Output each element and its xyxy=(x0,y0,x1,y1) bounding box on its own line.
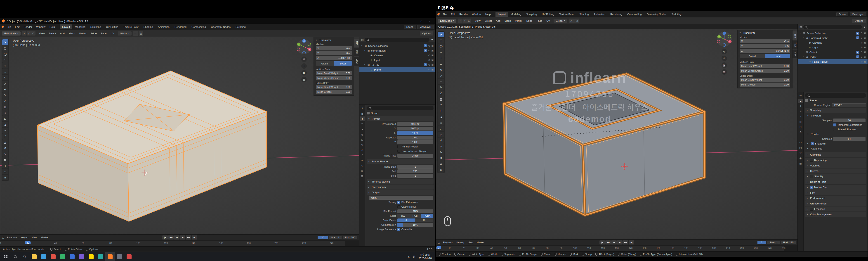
inset-faces-tool-button[interactable]: ⊡ xyxy=(2,116,8,121)
viewport-menu-view[interactable]: View xyxy=(473,19,483,23)
workspace-tab-texture-paint[interactable]: Texture Paint xyxy=(557,12,577,17)
select-circle-tool-button[interactable]: ◯ xyxy=(2,51,8,57)
viewport-menu-vertex[interactable]: Vertex xyxy=(513,19,524,23)
proportional-edit-icon[interactable]: ◎ xyxy=(575,19,579,23)
panel-header-film[interactable]: ▸Film xyxy=(805,190,866,195)
disable-render-icon[interactable]: ▣ xyxy=(432,59,434,61)
taskbar-app-gray[interactable] xyxy=(115,252,124,261)
hide-viewport-icon[interactable]: ⊙ xyxy=(861,51,862,53)
viewport-3d[interactable]: Offset: 0.0141 m, Segments: 3, Profile S… xyxy=(436,24,798,239)
move-tool-button[interactable]: ↔ xyxy=(438,61,444,67)
viewport-menu-face[interactable]: Face xyxy=(535,19,545,23)
timeline-ruler[interactable]: 0102030405060708090100110120130140150160… xyxy=(436,245,798,251)
properties-tab-render[interactable]: ◙ xyxy=(360,111,365,116)
segment-option-bw[interactable]: BW xyxy=(397,214,409,218)
hide-viewport-icon[interactable]: ⊙ xyxy=(861,32,862,34)
prop-slider[interactable]: 100% xyxy=(397,131,433,135)
annotate-tool-button[interactable]: ✎ xyxy=(438,85,444,90)
panel-header-simplify[interactable]: ▸Simplify xyxy=(805,174,866,179)
collection-checkbox[interactable]: ✓ xyxy=(856,55,859,58)
subpanel-checkbox[interactable]: ✓ xyxy=(811,142,814,145)
panel-header-performance[interactable]: ▸Performance xyxy=(805,196,866,201)
prop-checkbox[interactable] xyxy=(397,205,400,208)
hide-viewport-icon[interactable]: ⊙ xyxy=(861,60,862,63)
outliner-row-camera-light[interactable]: ▾▤Camera & Light✓⊙▣ xyxy=(798,35,868,40)
spin-tool-button[interactable]: ↺ xyxy=(438,138,444,143)
properties-tab-object[interactable]: ◻ xyxy=(798,125,803,129)
taskbar-blender[interactable] xyxy=(105,252,115,261)
knife-tool-button[interactable]: ∕ xyxy=(2,134,8,139)
outliner-row-today[interactable]: ▾▤Today✓⊙▣ xyxy=(798,55,868,59)
panel-checkbox[interactable] xyxy=(810,159,813,162)
disable-render-icon[interactable]: ▣ xyxy=(432,63,434,66)
select-lasso-tool-button[interactable]: ≈ xyxy=(2,57,8,63)
workspace-tab-compositing[interactable]: Compositing xyxy=(625,12,644,17)
mean-vertex-crease-field[interactable]: Mean Vertex Crease0.00 xyxy=(740,69,790,73)
panel-header-motion-blur[interactable]: ▸✓Motion Blur xyxy=(805,185,866,190)
transform-panel-header[interactable]: ▾ Transform xyxy=(740,31,790,34)
properties-tab-output[interactable]: ⇟ xyxy=(360,116,365,121)
properties-tab-constraints[interactable]: ⋈ xyxy=(798,145,803,150)
panel-header-frame-range[interactable]: ▾Frame Range xyxy=(367,159,434,164)
workspace-tab-geometry-nodes[interactable]: Geometry Nodes xyxy=(209,24,233,29)
loop-cut-tool-button[interactable]: ≡ xyxy=(2,127,8,133)
median-z-field[interactable]: Z0.060844 m xyxy=(316,56,352,60)
taskbar-task-view[interactable]: ⧉ xyxy=(20,252,29,261)
menu-file[interactable]: File xyxy=(5,25,13,29)
rotate-tool-button[interactable]: ↻ xyxy=(2,75,8,80)
render-engine-select[interactable]: EEVEE xyxy=(832,104,866,107)
taskbar-kakao[interactable] xyxy=(86,252,96,261)
properties-tab-physics[interactable]: ◠ xyxy=(360,153,365,157)
viewport-menu-view[interactable]: View xyxy=(37,31,47,35)
properties-tab-view-layer[interactable]: ≣ xyxy=(360,122,365,126)
hide-viewport-icon[interactable]: ⊙ xyxy=(428,45,430,47)
disable-render-icon[interactable]: ▣ xyxy=(864,41,866,44)
prop-field[interactable]: 24 fps xyxy=(397,154,433,157)
panel-header-color-management[interactable]: ▸Color Management xyxy=(805,212,866,217)
workspace-tab-sculpting[interactable]: Sculpting xyxy=(524,12,539,17)
viewport-menu-select[interactable]: Select xyxy=(47,31,58,35)
panel-header-clamping[interactable]: ▸Clamping xyxy=(805,152,866,157)
disclosure-icon[interactable]: ▾ xyxy=(799,32,801,34)
minimize-button[interactable]: ─ xyxy=(409,19,417,23)
viewport-3d[interactable]: User Perspective (20) Plane | Plane.003 … xyxy=(0,37,359,234)
annotate-tool-button[interactable]: ✎ xyxy=(2,92,8,98)
hide-viewport-icon[interactable]: ⊙ xyxy=(428,59,430,61)
prop-slider[interactable]: 15% xyxy=(397,223,433,227)
spin-tool-button[interactable]: ↺ xyxy=(2,145,8,151)
cursor-tool-button[interactable]: ✛ xyxy=(438,55,444,61)
workspace-tab-scripting[interactable]: Scripting xyxy=(233,24,248,29)
prop-field[interactable]: PNG xyxy=(397,209,433,213)
zoom-icon[interactable]: ⊕ xyxy=(301,57,307,62)
timeline-menu-marker[interactable]: Marker xyxy=(475,240,486,244)
panel-checkbox[interactable]: ✓ xyxy=(810,186,813,189)
workspace-tab-modeling[interactable]: Modeling xyxy=(508,12,524,17)
edge-select-icon[interactable]: ╱ xyxy=(27,31,31,35)
rip-region-tool-button[interactable]: ⋔ xyxy=(438,167,444,173)
camera-view-icon[interactable]: ▣ xyxy=(721,62,727,68)
collection-checkbox[interactable]: ✓ xyxy=(856,32,859,35)
maximize-button[interactable]: □ xyxy=(417,19,425,23)
properties-tab-physics[interactable]: ◠ xyxy=(798,140,803,145)
workspace-tab-modeling[interactable]: Modeling xyxy=(72,24,88,29)
viewport-menu-uv[interactable]: UV xyxy=(108,31,116,35)
properties-tab-constraints[interactable]: ⋈ xyxy=(360,158,365,163)
transport-button[interactable]: ▶▶ xyxy=(623,240,628,244)
tab-view[interactable]: View xyxy=(354,57,359,66)
properties-tab-scene[interactable]: ◔ xyxy=(360,127,365,132)
face-select-icon[interactable]: ▢ xyxy=(467,19,471,23)
viewport-menu-select[interactable]: Select xyxy=(483,19,494,23)
properties-search-input[interactable] xyxy=(805,93,866,98)
properties-tab-texture[interactable]: ▦ xyxy=(360,174,365,178)
outliner-row-plane[interactable]: ▽Plane⊙▣ xyxy=(360,67,435,72)
properties-tab-scene[interactable]: ◔ xyxy=(798,114,803,119)
scene-select[interactable]: Scene xyxy=(404,25,416,29)
viewport-menu-edge[interactable]: Edge xyxy=(524,19,535,23)
edge-slide-tool-button[interactable]: ⇆ xyxy=(2,157,8,163)
hide-viewport-icon[interactable]: ⊙ xyxy=(428,49,430,52)
properties-tab-modifiers[interactable]: ⚙ xyxy=(360,143,365,147)
taskbar-app-green[interactable] xyxy=(58,252,67,261)
playhead-frame-label[interactable]: 20 xyxy=(25,241,31,244)
filter-icon[interactable]: ▼ xyxy=(863,26,866,29)
frame-end-field[interactable]: End250 xyxy=(343,236,358,239)
